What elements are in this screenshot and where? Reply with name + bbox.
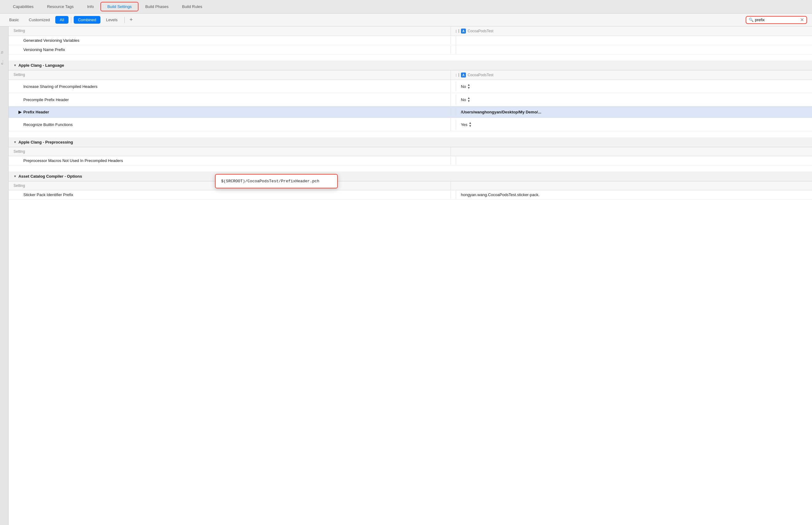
customized-button[interactable]: Customized (25, 16, 54, 24)
setting-name-label: Preprocessor Macros Not Used In Precompi… (14, 156, 128, 165)
value-col-header-3 (451, 147, 812, 156)
stepper-control-3[interactable]: ▲ ▼ (469, 121, 472, 127)
table-row[interactable]: Preprocessor Macros Not Used In Precompi… (9, 156, 812, 165)
top-nav: Capabilities Resource Tags Info Build Se… (0, 0, 812, 14)
setting-value-stepper-3: Yes ▲ ▼ (456, 120, 807, 130)
levels-button[interactable]: Levels (102, 16, 122, 24)
tab-capabilities[interactable]: Capabilities (6, 2, 40, 11)
section-title-preprocessing-label: Apple Clang - Preprocessing (18, 140, 73, 145)
search-clear-button[interactable]: ✕ (800, 17, 804, 22)
target-name-header: CocoaPodsTest (468, 29, 494, 33)
section-header-asset-catalog[interactable]: ▼ Asset Catalog Compiler - Options (9, 171, 812, 181)
tab-build-phases[interactable]: Build Phases (139, 2, 175, 11)
section-title-asset-label: Asset Catalog Compiler - Options (18, 174, 82, 179)
setting-name-label: Generated Versioning Variables (14, 36, 84, 45)
table-row[interactable]: Generated Versioning Variables (9, 36, 812, 45)
left-sidebar: ts e... (0, 27, 9, 525)
sidebar-text-e: e... (0, 60, 5, 64)
setting-name-label: Precompile Prefix Header (14, 95, 74, 104)
tab-build-settings[interactable]: Build Settings (100, 2, 139, 11)
divider-bar: | (456, 29, 459, 33)
triangle-icon-preprocessing: ▼ (14, 140, 17, 144)
combined-button[interactable]: Combined (74, 16, 100, 24)
divider-bar-2: | (456, 73, 459, 77)
tab-info[interactable]: Info (80, 2, 101, 11)
settings-area: Setting | A CocoaPodsTest (9, 27, 812, 199)
separator-1 (71, 17, 71, 23)
setting-cell: Versioning Name Prefix (9, 46, 451, 54)
value-cell: hongyan.wang.CocoaPodsTest.sticker-pack. (451, 191, 812, 198)
setting-cell: Precompile Prefix Header (9, 96, 451, 104)
setting-value-label (456, 156, 466, 165)
tab-resource-tags[interactable]: Resource Tags (40, 2, 80, 11)
column-header-row-1: Setting | A CocoaPodsTest (9, 27, 812, 36)
setting-value-stepper-2: No ▲ ▼ (456, 95, 807, 105)
table-row[interactable]: Sticker Pack Identifier Prefix hongyan.w… (9, 190, 812, 199)
setting-cell: Generated Versioning Variables (9, 36, 451, 44)
stepper-down-icon-3: ▼ (469, 124, 472, 127)
section-title-preprocessing: ▼ Apple Clang - Preprocessing (9, 138, 78, 146)
stepper-control-2[interactable]: ▲ ▼ (467, 96, 470, 103)
prefix-header-tooltip: $(SRCROOT)/CocoaPodsTest/PrefixHeader.pc… (215, 174, 338, 189)
spacer-2 (9, 131, 812, 137)
main-content: ts e... Setting | A CocoaPo (0, 27, 812, 525)
search-icon: 🔍 (749, 17, 754, 22)
tooltip-value: $(SRCROOT)/CocoaPodsTest/PrefixHeader.pc… (221, 179, 319, 183)
target-label: | A CocoaPodsTest (456, 29, 807, 33)
spacer-1 (9, 55, 812, 61)
basic-button[interactable]: Basic (5, 16, 24, 24)
value-text-2: No (461, 97, 466, 102)
table-row[interactable]: Versioning Name Prefix (9, 45, 812, 55)
value-text: No (461, 84, 466, 89)
table-row[interactable]: Precompile Prefix Header No ▲ ▼ (9, 93, 812, 106)
setting-name-prefix: ▶ Prefix Header (14, 108, 446, 116)
setting-cell: Recognize Builtin Functions (9, 121, 451, 129)
target-name-header-2: CocoaPodsTest (468, 73, 494, 77)
prefix-header-value: /Users/wanghongyan/Desktop/My Demo/... (456, 108, 546, 116)
setting-col-header: Setting (9, 27, 451, 36)
expand-triangle-icon: ▶ (18, 110, 21, 114)
section-header-apple-clang-language[interactable]: ▼ Apple Clang - Language (9, 61, 812, 70)
value-col-header: | A CocoaPodsTest (451, 27, 812, 36)
table-row[interactable]: Increase Sharing of Precompiled Headers … (9, 80, 812, 93)
value-col-header-2: | A CocoaPodsTest (451, 70, 812, 80)
all-button[interactable]: All (55, 16, 68, 24)
tab-build-rules[interactable]: Build Rules (175, 2, 209, 11)
setting-name-label: Recognize Builtin Functions (14, 120, 77, 129)
setting-cell: Increase Sharing of Precompiled Headers (9, 83, 451, 90)
column-header-row-4: Setting (9, 181, 812, 190)
setting-value-label (456, 45, 466, 54)
setting-value-label: hongyan.wang.CocoaPodsTest.sticker-pack. (456, 191, 545, 199)
sidebar-text-ts: ts (0, 51, 5, 54)
value-cell: No ▲ ▼ (451, 93, 812, 106)
setting-cell-prefix: ▶ Prefix Header (9, 106, 451, 118)
value-col-header-4 (451, 181, 812, 190)
setting-col-header-3: Setting (9, 147, 451, 156)
target-label-2: | A CocoaPodsTest (456, 73, 807, 77)
prefix-header-row[interactable]: ▶ Prefix Header /Users/wanghongyan/Deskt… (9, 106, 812, 118)
stepper-down-icon: ▼ (467, 86, 470, 89)
setting-cell: Sticker Pack Identifier Prefix (9, 191, 451, 198)
section-title-cell: ▼ Apple Clang - Language (9, 61, 69, 70)
svg-text:A: A (462, 30, 464, 33)
setting-name-label: Versioning Name Prefix (14, 45, 70, 54)
search-input[interactable] (755, 17, 792, 22)
setting-value-label (456, 36, 466, 45)
separator-2 (124, 17, 125, 23)
add-button[interactable]: + (127, 17, 136, 23)
value-cell: Yes ▲ ▼ (451, 118, 812, 131)
table-row[interactable]: Recognize Builtin Functions Yes ▲ ▼ (9, 118, 812, 131)
svg-text:A: A (462, 73, 464, 77)
setting-name-label: Sticker Pack Identifier Prefix (14, 191, 78, 199)
section-title-label: Apple Clang - Language (18, 63, 64, 68)
stepper-control[interactable]: ▲ ▼ (467, 83, 470, 89)
section-header-preprocessing[interactable]: ▼ Apple Clang - Preprocessing (9, 137, 812, 147)
value-cell (451, 36, 812, 44)
value-cell (451, 46, 812, 54)
search-wrapper: 🔍 ✕ (746, 16, 807, 24)
spacer-3 (9, 165, 812, 171)
toolbar: Basic Customized All Combined Levels + 🔍… (0, 14, 812, 27)
value-cell (451, 157, 812, 164)
value-cell-prefix: /Users/wanghongyan/Desktop/My Demo/... (451, 108, 812, 116)
section-title-asset-catalog: ▼ Asset Catalog Compiler - Options (9, 172, 87, 180)
